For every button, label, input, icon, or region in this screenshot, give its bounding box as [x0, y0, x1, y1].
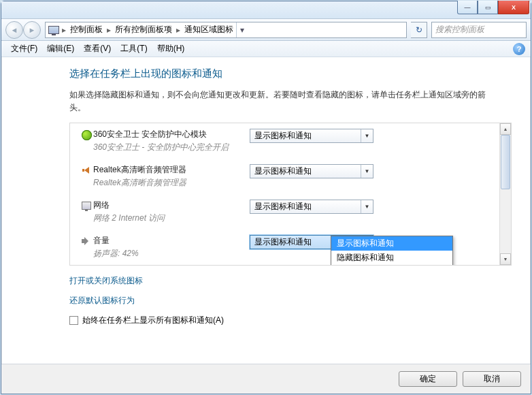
always-show-checkbox[interactable]	[69, 316, 78, 325]
search-placeholder: 搜索控制面板	[435, 24, 484, 35]
control-panel-icon	[48, 26, 59, 34]
item-title: 360安全卫士 安全防护中心模块	[93, 129, 250, 140]
dropdown-option-hide[interactable]: 隐藏图标和通知	[331, 251, 452, 265]
chevron-down-icon: ▼	[361, 200, 373, 213]
icon-list-pane: 360安全卫士 安全防护中心模块 360安全卫士 - 安全防护中心完全开启 显示…	[69, 123, 512, 266]
chevron-down-icon: ▼	[361, 165, 373, 178]
scroll-track[interactable]	[500, 135, 511, 253]
scroll-down-button[interactable]: ▼	[500, 253, 511, 265]
menu-view[interactable]: 查看(V)	[80, 42, 115, 56]
titlebar: — ▭ X	[1, 1, 531, 19]
refresh-button[interactable]: ↻	[411, 22, 427, 38]
item-subtitle: 360安全卫士 - 安全防护中心完全开启	[93, 142, 250, 153]
control-panel-window: — ▭ X ◄ ► ▸ 控制面板 ▸ 所有控制面板项 ▸ 通知区域图标 ▾ ↻ …	[1, 1, 531, 394]
page-title: 选择在任务栏上出现的图标和通知	[69, 67, 512, 80]
maximize-button[interactable]: ▭	[478, 1, 498, 14]
chevron-right-icon[interactable]: ▸	[61, 25, 67, 35]
menu-tools[interactable]: 工具(T)	[116, 42, 151, 56]
links-area: 打开或关闭系统图标 还原默认图标行为	[69, 275, 512, 306]
always-show-row: 始终在任务栏上显示所有图标和通知(A)	[69, 315, 512, 326]
combobox-value: 显示图标和通知	[254, 165, 312, 177]
item-subtitle: Realtek高清晰音频管理器	[93, 177, 250, 189]
app-icon-360	[80, 129, 93, 141]
window-controls: — ▭ X	[457, 1, 529, 14]
search-input[interactable]: 搜索控制面板	[431, 22, 527, 38]
page-description: 如果选择隐藏图标和通知，则不会向您通知更改和更新。若要随时查看隐藏的图标，请单击…	[69, 89, 512, 114]
menu-bar: 文件(F) 编辑(E) 查看(V) 工具(T) 帮助(H) ?	[1, 41, 531, 57]
app-icon-network	[80, 200, 93, 212]
cancel-button[interactable]: 取消	[463, 371, 521, 387]
list-item: NVIDIA Container NVIDIA GeForce Game Rea…	[70, 265, 499, 266]
combobox-value: 显示图标和通知	[254, 236, 312, 248]
behavior-combobox[interactable]: 显示图标和通知 ▼	[250, 164, 373, 178]
forward-button[interactable]: ►	[23, 21, 41, 39]
always-show-label: 始终在任务栏上显示所有图标和通知(A)	[82, 315, 224, 326]
item-title: 网络	[93, 200, 250, 211]
address-bar[interactable]: ▸ 控制面板 ▸ 所有控制面板项 ▸ 通知区域图标 ▾	[45, 22, 407, 38]
app-icon-realtek	[80, 164, 93, 176]
navigation-bar: ◄ ► ▸ 控制面板 ▸ 所有控制面板项 ▸ 通知区域图标 ▾ ↻ 搜索控制面板	[1, 19, 531, 41]
scroll-up-button[interactable]: ▲	[500, 123, 511, 135]
behavior-combobox[interactable]: 显示图标和通知 ▼	[250, 129, 373, 143]
dropdown-option-show[interactable]: 显示图标和通知	[331, 236, 452, 251]
behavior-combobox[interactable]: 显示图标和通知 ▼	[250, 200, 373, 214]
app-icon-volume	[80, 235, 93, 247]
behavior-dropdown: 显示图标和通知 隐藏图标和通知 仅显示通知	[331, 236, 453, 266]
breadcrumb-all-items[interactable]: 所有控制面板项	[114, 24, 173, 35]
list-item: 网络 网络 2 Internet 访问 显示图标和通知 ▼	[70, 194, 499, 230]
ok-button[interactable]: 确定	[399, 371, 457, 387]
menu-file[interactable]: 文件(F)	[7, 42, 41, 56]
breadcrumb-control-panel[interactable]: 控制面板	[69, 24, 104, 35]
scrollbar[interactable]: ▲ ▼	[499, 123, 511, 265]
menu-help[interactable]: 帮助(H)	[153, 42, 189, 56]
close-button[interactable]: X	[498, 1, 529, 14]
chevron-down-icon: ▼	[361, 129, 373, 142]
combobox-value: 显示图标和通知	[254, 201, 312, 212]
nav-buttons: ◄ ►	[5, 21, 41, 39]
chevron-right-icon[interactable]: ▸	[105, 25, 112, 35]
combobox-value: 显示图标和通知	[254, 130, 312, 142]
link-system-icons[interactable]: 打开或关闭系统图标	[69, 275, 512, 287]
breadcrumb-notification-icons[interactable]: 通知区域图标	[183, 24, 235, 35]
scroll-thumb[interactable]	[501, 135, 510, 189]
dropdown-option-notify[interactable]: 仅显示通知	[331, 265, 452, 266]
minimize-button[interactable]: —	[457, 1, 478, 14]
content-area: 选择在任务栏上出现的图标和通知 如果选择隐藏图标和通知，则不会向您通知更改和更新…	[1, 58, 531, 362]
footer: 确定 取消	[1, 364, 531, 394]
address-dropdown-icon[interactable]: ▾	[236, 22, 247, 37]
list-item: 360安全卫士 安全防护中心模块 360安全卫士 - 安全防护中心完全开启 显示…	[70, 123, 499, 159]
help-icon[interactable]: ?	[513, 43, 525, 55]
link-restore-defaults[interactable]: 还原默认图标行为	[69, 295, 512, 306]
item-title: Realtek高清晰音频管理器	[93, 164, 250, 176]
chevron-right-icon[interactable]: ▸	[175, 25, 182, 35]
item-title: 音量	[93, 235, 250, 247]
list-item: Realtek高清晰音频管理器 Realtek高清晰音频管理器 显示图标和通知 …	[70, 159, 499, 194]
item-subtitle: 网络 2 Internet 访问	[93, 212, 250, 224]
item-subtitle: 扬声器: 42%	[93, 248, 250, 259]
back-button[interactable]: ◄	[5, 21, 23, 39]
menu-edit[interactable]: 编辑(E)	[43, 42, 78, 56]
